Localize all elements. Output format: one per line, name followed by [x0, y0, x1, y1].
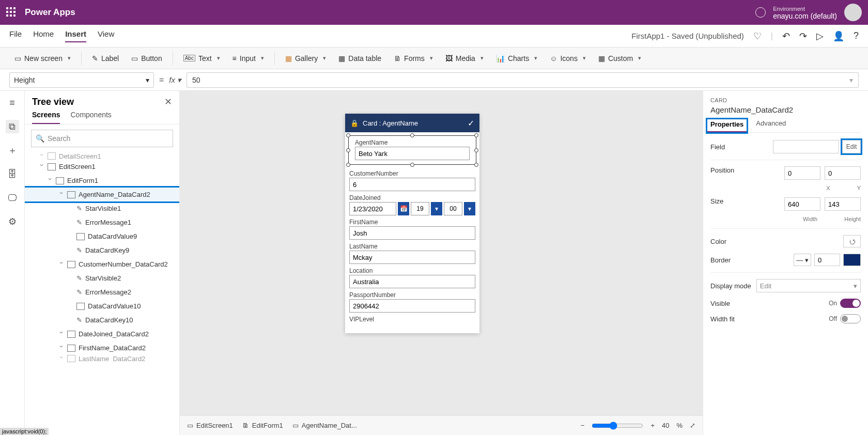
chevron-down-icon[interactable]: ▾ — [431, 202, 442, 215]
health-icon[interactable]: ♡ — [753, 30, 762, 42]
field-input[interactable] — [773, 140, 839, 153]
tree-item[interactable]: EditScreen1 — [25, 160, 179, 174]
canvas[interactable]: 🔒 Card : AgentName ✓ AgentNameBeto YarkC… — [180, 91, 703, 435]
environment-icon[interactable] — [755, 7, 766, 18]
tab-properties[interactable]: Properties — [707, 119, 747, 132]
text-input[interactable]: Australia — [349, 275, 475, 288]
calendar-icon[interactable]: 📅 — [398, 202, 409, 215]
text-input[interactable]: Mckay — [349, 251, 475, 264]
tree-item[interactable]: ✎ DataCardKey10 — [25, 313, 179, 327]
zoom-in-icon[interactable]: + — [650, 422, 655, 429]
share-icon[interactable]: 👤 — [833, 30, 844, 42]
tree-view-icon[interactable]: ⧉ — [6, 120, 19, 133]
media-icon[interactable]: 🖵 — [6, 191, 19, 205]
text-input[interactable]: 6 — [349, 178, 475, 191]
tree-item[interactable]: ✎ ErrorMessage1 — [25, 215, 179, 229]
tree-panel: Tree view ✕ Screens Components 🔍 Search … — [25, 91, 180, 435]
zoom-slider[interactable] — [592, 422, 643, 430]
breadcrumb[interactable]: ▭ EditScreen1 — [187, 422, 233, 429]
app-header: Power Apps Environment enayu.com (defaul… — [0, 0, 868, 25]
field-label: PassportNumber — [345, 289, 479, 299]
zoom-out-icon[interactable]: − — [581, 422, 585, 429]
tree-item[interactable]: DataCardValue10 — [25, 299, 179, 313]
tree-tab-screens[interactable]: Screens — [32, 111, 60, 124]
tree-item[interactable]: DateJoined_DataCard2 — [25, 327, 179, 341]
icons-button[interactable]: ☺ Icons — [545, 51, 591, 66]
text-input[interactable]: 2906442 — [349, 299, 475, 313]
property-selector[interactable]: Height▾ — [9, 72, 154, 88]
new-screen-button[interactable]: ▭ New screen — [9, 51, 76, 66]
field-label: CustomerNumber — [345, 168, 479, 178]
tree-item[interactable]: DetailScreen1 — [25, 152, 179, 160]
field-label: LastName — [345, 241, 479, 251]
app-launcher-icon[interactable] — [6, 7, 17, 18]
breadcrumb[interactable]: 🗎 EditForm1 — [242, 422, 283, 429]
tree-item[interactable]: CustomerNumber_DataCard2 — [25, 257, 179, 271]
display-mode-select[interactable]: Edit▾ — [756, 279, 861, 292]
input-button[interactable]: ≡ Input — [227, 51, 269, 66]
edit-field-button[interactable]: Edit — [842, 140, 861, 153]
redo-icon[interactable]: ↷ — [799, 30, 807, 42]
datatable-button[interactable]: ▦ Data table — [333, 51, 386, 66]
tree-item[interactable]: ✎ ErrorMessage2 — [25, 285, 179, 299]
border-color-picker[interactable] — [843, 254, 861, 266]
charts-button[interactable]: 📊 Charts — [491, 51, 542, 66]
element-name: AgentName_DataCard2 — [710, 105, 861, 114]
border-width-input[interactable] — [814, 254, 840, 266]
tree-item[interactable]: ✎ DataCardKey9 — [25, 243, 179, 257]
tree-item[interactable]: ✎ StarVisible2 — [25, 271, 179, 285]
minute-select[interactable]: 00 — [444, 202, 462, 215]
fullscreen-icon[interactable]: ⤢ — [690, 422, 695, 429]
forms-button[interactable]: 🗎 Forms — [389, 51, 438, 66]
color-picker[interactable]: ⭯ — [843, 235, 861, 247]
tree-item[interactable]: EditForm1 — [25, 174, 179, 188]
menu-insert[interactable]: Insert — [65, 29, 86, 42]
undo-icon[interactable]: ↶ — [782, 30, 790, 42]
hour-select[interactable]: 19 — [411, 202, 429, 215]
tree-tab-components[interactable]: Components — [70, 111, 111, 124]
fx-icon[interactable]: fx▾ — [169, 75, 181, 85]
tools-icon[interactable]: ⚙ — [6, 215, 19, 228]
tree-item[interactable]: LastName_DataCard2 — [25, 355, 179, 362]
text-button[interactable]: Abc Text — [178, 51, 225, 66]
pos-y-input[interactable] — [825, 166, 861, 180]
width-input[interactable] — [784, 197, 820, 211]
user-avatar[interactable] — [844, 4, 862, 21]
text-input[interactable]: Beto Yark — [355, 147, 470, 160]
tab-advanced[interactable]: Advanced — [756, 119, 786, 132]
button-button[interactable]: ▭ Button — [126, 51, 167, 66]
play-icon[interactable]: ▷ — [816, 30, 824, 42]
insert-icon[interactable]: ＋ — [6, 144, 19, 157]
label-button[interactable]: ✎ Label — [87, 51, 124, 66]
environment-picker[interactable]: Environment enayu.com (default) — [773, 5, 837, 20]
media-button[interactable]: 🖼 Media — [440, 51, 489, 66]
height-input[interactable] — [825, 197, 861, 211]
pos-x-input[interactable] — [784, 166, 820, 180]
tree-item[interactable]: DataCardValue9 — [25, 229, 179, 243]
insert-ribbon: ▭ New screen ✎ Label ▭ Button Abc Text ≡… — [0, 48, 868, 69]
formula-input[interactable]: 50▾ — [187, 72, 859, 88]
widthfit-toggle[interactable] — [840, 314, 861, 323]
hamburger-icon[interactable]: ≡ — [6, 96, 19, 110]
help-icon[interactable]: ? — [854, 30, 859, 41]
custom-button[interactable]: ▦ Custom — [593, 51, 646, 66]
data-icon[interactable]: 🗄 — [6, 167, 19, 181]
tree-search[interactable]: 🔍 Search — [31, 130, 173, 147]
tree-item[interactable]: AgentName_DataCard2 — [25, 188, 179, 201]
tree-item[interactable]: ✎ StarVisible1 — [25, 201, 179, 215]
close-icon[interactable]: ✕ — [164, 96, 172, 107]
menu-home[interactable]: Home — [33, 29, 54, 42]
form-preview: 🔒 Card : AgentName ✓ AgentNameBeto YarkC… — [345, 114, 479, 333]
date-input[interactable]: 1/23/2020 — [349, 202, 396, 215]
visible-toggle[interactable] — [840, 299, 861, 308]
field-label: DateJoined — [345, 192, 479, 202]
border-style-picker[interactable]: — ▾ — [794, 254, 811, 266]
menu-file[interactable]: File — [9, 29, 22, 42]
chevron-down-icon[interactable]: ▾ — [464, 202, 475, 215]
text-input[interactable]: Josh — [349, 226, 475, 240]
tree-item[interactable]: FirstName_DataCard2 — [25, 341, 179, 355]
breadcrumb[interactable]: ▭ AgentName_Dat... — [292, 422, 357, 429]
menu-view[interactable]: View — [98, 29, 114, 42]
gallery-button[interactable]: ▦ Gallery — [280, 51, 331, 66]
check-icon[interactable]: ✓ — [468, 118, 474, 128]
